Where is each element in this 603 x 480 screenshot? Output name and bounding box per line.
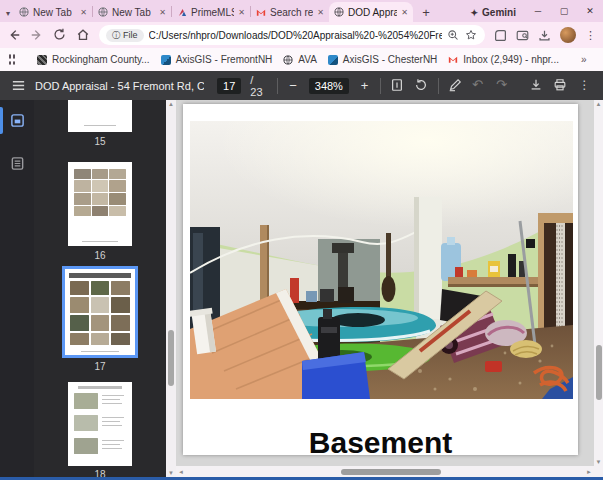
zoom-indicator-icon[interactable] — [447, 29, 460, 42]
gemini-button[interactable]: ✦ Gemini — [462, 5, 525, 20]
rockingham-favicon — [37, 55, 47, 65]
tab-close-icon[interactable]: ✕ — [401, 8, 408, 17]
tab-strip: ▾ New Tab ✕ New Tab ✕ PrimeMLS D... ✕ Se… — [0, 0, 603, 22]
scrollbar-thumb[interactable] — [596, 345, 602, 400]
scroll-left-arrow[interactable]: ◄ — [176, 469, 186, 475]
toolbar-separator — [277, 78, 278, 94]
tab-close-icon[interactable]: ✕ — [238, 8, 245, 17]
scrollbar-corner — [594, 466, 603, 477]
gemini-spark-icon: ✦ — [471, 8, 479, 18]
back-icon[interactable] — [7, 28, 21, 42]
thumbnails-panel-icon[interactable] — [10, 113, 25, 128]
tab-primemls[interactable]: PrimeMLS D... ✕ — [172, 2, 250, 22]
thumbnail-page-16[interactable] — [68, 162, 132, 246]
axisgis-favicon — [328, 55, 338, 65]
downloads-icon[interactable] — [538, 29, 551, 42]
sidebar-rail — [0, 100, 34, 477]
toolbar-separator — [438, 78, 439, 94]
active-panel-indicator — [0, 107, 3, 134]
pdf-page-17: Basement — [183, 104, 578, 455]
scroll-down-arrow[interactable]: ▼ — [166, 470, 176, 476]
toolbar-separator — [380, 78, 381, 94]
info-icon: ⓘ — [112, 30, 120, 41]
side-search-icon[interactable] — [516, 29, 529, 42]
bookmark-star-icon[interactable] — [465, 29, 478, 42]
close-button[interactable]: ✕ — [577, 0, 603, 22]
scroll-down-arrow[interactable]: ▼ — [594, 459, 603, 465]
reload-icon[interactable] — [53, 28, 67, 42]
thumbnail-label: 17 — [34, 361, 166, 372]
pdf-document-title: DOD Appraisal - 54 Fremont Rd, C... — [35, 80, 204, 92]
fit-page-icon[interactable] — [390, 78, 405, 93]
tab-close-icon[interactable]: ✕ — [317, 8, 324, 17]
basement-photo — [190, 121, 573, 399]
tab-new-tab-2[interactable]: New Tab ✕ — [93, 2, 171, 22]
main-horizontal-scrollbar[interactable]: ◄ ► — [176, 466, 594, 477]
profile-avatar[interactable] — [560, 27, 576, 43]
globe-icon — [283, 55, 293, 65]
page-number-input[interactable]: 17 — [217, 78, 241, 94]
extensions-icon[interactable] — [494, 29, 507, 42]
scroll-up-arrow[interactable]: ▲ — [594, 101, 603, 107]
maximize-button[interactable]: ▢ — [551, 0, 577, 22]
tab-title: Search resul... — [270, 7, 313, 18]
bookmarks-overflow-chevron[interactable]: » — [581, 54, 586, 65]
tab-title: New Tab — [112, 7, 155, 18]
zoom-level-input[interactable]: 348% — [309, 78, 349, 94]
bookmarks-bar: Rockingham County... AxisGIS - FremontNH… — [0, 48, 603, 71]
apps-grid-icon[interactable] — [9, 54, 15, 65]
bookmark-gmail-inbox[interactable]: Inbox (2,949) - nhpr... — [448, 54, 559, 65]
browser-menu-icon[interactable]: ⋮ — [585, 29, 596, 42]
pdf-more-icon[interactable]: ⋮ — [577, 78, 592, 93]
zoom-in-button[interactable]: + — [358, 78, 371, 93]
globe-icon — [98, 7, 108, 17]
home-icon[interactable] — [76, 28, 90, 42]
tab-title: DOD Apprai... — [348, 7, 397, 18]
sidebar-scrollbar[interactable]: ▲ ▼ — [166, 100, 176, 477]
tab-title: New Tab — [33, 7, 76, 18]
tab-search-results[interactable]: Search resul... ✕ — [251, 2, 329, 22]
bookmark-axisgis-chester[interactable]: AxisGIS - ChesterNH — [328, 54, 437, 65]
main-vertical-scrollbar[interactable]: ▲ ▼ — [594, 100, 603, 466]
primemls-icon — [177, 7, 187, 17]
scrollbar-thumb[interactable] — [341, 469, 441, 475]
scrollbar-thumb[interactable] — [168, 330, 174, 386]
new-tab-button[interactable]: + — [417, 3, 435, 21]
address-toolbar: ⓘ File C:/Users/nhpro/Downloads/DOD%20Ap… — [0, 22, 603, 48]
gmail-icon — [448, 55, 458, 65]
tab-new-tab-1[interactable]: New Tab ✕ — [14, 2, 92, 22]
thumbnails-panel: 15 16 17 — [34, 100, 166, 477]
pdf-viewer-body: 15 16 17 — [0, 100, 603, 477]
rotate-icon[interactable] — [414, 78, 429, 93]
tab-dod-appraisal-active[interactable]: DOD Apprai... ✕ — [329, 2, 413, 22]
forward-icon[interactable] — [30, 28, 44, 42]
tab-search-icon[interactable]: ▾ — [2, 4, 14, 22]
redo-icon[interactable]: ↷ — [496, 78, 511, 93]
pdf-download-icon[interactable] — [529, 78, 544, 93]
annotate-pen-icon[interactable] — [448, 78, 463, 93]
globe-icon — [334, 7, 344, 17]
print-icon[interactable] — [553, 78, 568, 93]
tab-close-icon[interactable]: ✕ — [80, 8, 87, 17]
gmail-icon — [256, 7, 266, 17]
url-scheme-chip[interactable]: ⓘ File — [106, 29, 144, 42]
minimize-button[interactable]: ─ — [525, 0, 551, 22]
tab-close-icon[interactable]: ✕ — [159, 8, 166, 17]
address-omnibox[interactable]: ⓘ File C:/Users/nhpro/Downloads/DOD%20Ap… — [99, 25, 485, 45]
thumbnail-page-17-selected[interactable] — [62, 266, 138, 358]
bookmark-axisgis-fremont[interactable]: AxisGIS - FremontNH — [161, 54, 273, 65]
bookmark-rockingham[interactable]: Rockingham County... — [37, 54, 150, 65]
page-caption: Basement — [183, 426, 578, 460]
scroll-right-arrow[interactable]: ► — [584, 469, 594, 475]
undo-icon[interactable]: ↶ — [472, 78, 487, 93]
outline-panel-icon[interactable] — [10, 156, 25, 171]
thumbnail-page-15[interactable] — [68, 100, 132, 132]
browser-window: { "window": { "gemini_label": "Gemini", … — [0, 0, 603, 480]
pdf-menu-icon[interactable] — [11, 78, 26, 93]
scroll-up-arrow[interactable]: ▲ — [166, 101, 176, 107]
scrollbar-track[interactable] — [186, 466, 584, 477]
zoom-out-button[interactable]: − — [287, 78, 300, 93]
tab-title: PrimeMLS D... — [191, 7, 234, 18]
bookmark-ava[interactable]: AVA — [283, 54, 317, 65]
thumbnail-page-18[interactable] — [68, 382, 132, 466]
